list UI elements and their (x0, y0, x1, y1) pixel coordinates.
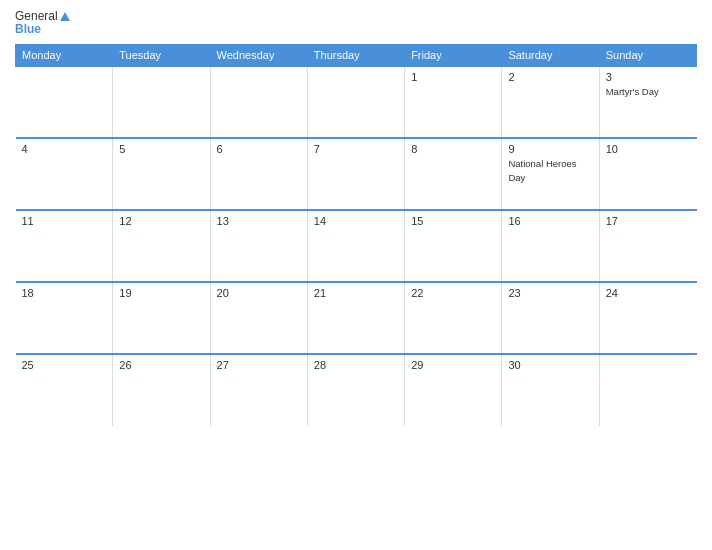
day-number: 4 (22, 143, 107, 155)
logo: General Blue (15, 10, 70, 36)
day-number: 18 (22, 287, 107, 299)
logo-triangle-icon (60, 12, 70, 21)
calendar-cell: 27 (210, 354, 307, 426)
day-number: 27 (217, 359, 301, 371)
calendar-cell (307, 66, 404, 138)
event-label: Martyr's Day (606, 86, 659, 97)
event-label: National Heroes Day (508, 158, 576, 182)
calendar-cell: 30 (502, 354, 599, 426)
day-number: 3 (606, 71, 691, 83)
calendar-cell: 3Martyr's Day (599, 66, 696, 138)
calendar-cell: 25 (16, 354, 113, 426)
header-monday: Monday (16, 45, 113, 67)
day-number: 30 (508, 359, 592, 371)
calendar-cell: 1 (405, 66, 502, 138)
day-number: 20 (217, 287, 301, 299)
calendar-week-row: 252627282930 (16, 354, 697, 426)
day-number: 23 (508, 287, 592, 299)
calendar-week-row: 18192021222324 (16, 282, 697, 354)
calendar-table: Monday Tuesday Wednesday Thursday Friday… (15, 44, 697, 426)
header-tuesday: Tuesday (113, 45, 210, 67)
calendar-week-row: 11121314151617 (16, 210, 697, 282)
day-number: 28 (314, 359, 398, 371)
day-number: 25 (22, 359, 107, 371)
day-number: 10 (606, 143, 691, 155)
day-number: 1 (411, 71, 495, 83)
day-number: 16 (508, 215, 592, 227)
day-number: 11 (22, 215, 107, 227)
calendar-cell: 28 (307, 354, 404, 426)
calendar-cell: 24 (599, 282, 696, 354)
calendar-cell (210, 66, 307, 138)
day-number: 22 (411, 287, 495, 299)
calendar-cell (113, 66, 210, 138)
header-wednesday: Wednesday (210, 45, 307, 67)
day-number: 2 (508, 71, 592, 83)
header-friday: Friday (405, 45, 502, 67)
day-number: 12 (119, 215, 203, 227)
day-number: 29 (411, 359, 495, 371)
day-number: 13 (217, 215, 301, 227)
day-number: 7 (314, 143, 398, 155)
logo-blue-text: Blue (15, 23, 41, 36)
day-number: 6 (217, 143, 301, 155)
calendar-cell: 9National Heroes Day (502, 138, 599, 210)
calendar-cell (16, 66, 113, 138)
header: General Blue (15, 10, 697, 36)
day-number: 14 (314, 215, 398, 227)
header-thursday: Thursday (307, 45, 404, 67)
calendar-cell: 15 (405, 210, 502, 282)
day-number: 9 (508, 143, 592, 155)
header-saturday: Saturday (502, 45, 599, 67)
calendar-week-row: 123Martyr's Day (16, 66, 697, 138)
calendar-cell: 2 (502, 66, 599, 138)
calendar-cell: 6 (210, 138, 307, 210)
calendar-cell: 13 (210, 210, 307, 282)
calendar-cell: 5 (113, 138, 210, 210)
day-number: 15 (411, 215, 495, 227)
day-number: 19 (119, 287, 203, 299)
calendar-cell: 4 (16, 138, 113, 210)
calendar-cell: 22 (405, 282, 502, 354)
calendar-page: General Blue Monday Tuesday Wednesday Th… (0, 0, 712, 550)
calendar-cell: 14 (307, 210, 404, 282)
day-number: 17 (606, 215, 691, 227)
calendar-cell: 23 (502, 282, 599, 354)
calendar-cell: 21 (307, 282, 404, 354)
calendar-cell: 16 (502, 210, 599, 282)
day-number: 26 (119, 359, 203, 371)
calendar-cell: 18 (16, 282, 113, 354)
calendar-cell: 7 (307, 138, 404, 210)
calendar-cell: 29 (405, 354, 502, 426)
calendar-cell: 17 (599, 210, 696, 282)
calendar-cell: 26 (113, 354, 210, 426)
header-sunday: Sunday (599, 45, 696, 67)
weekday-header-row: Monday Tuesday Wednesday Thursday Friday… (16, 45, 697, 67)
day-number: 8 (411, 143, 495, 155)
day-number: 24 (606, 287, 691, 299)
day-number: 21 (314, 287, 398, 299)
calendar-week-row: 456789National Heroes Day10 (16, 138, 697, 210)
calendar-cell (599, 354, 696, 426)
calendar-cell: 19 (113, 282, 210, 354)
calendar-cell: 8 (405, 138, 502, 210)
calendar-cell: 11 (16, 210, 113, 282)
calendar-cell: 12 (113, 210, 210, 282)
calendar-cell: 20 (210, 282, 307, 354)
day-number: 5 (119, 143, 203, 155)
calendar-cell: 10 (599, 138, 696, 210)
